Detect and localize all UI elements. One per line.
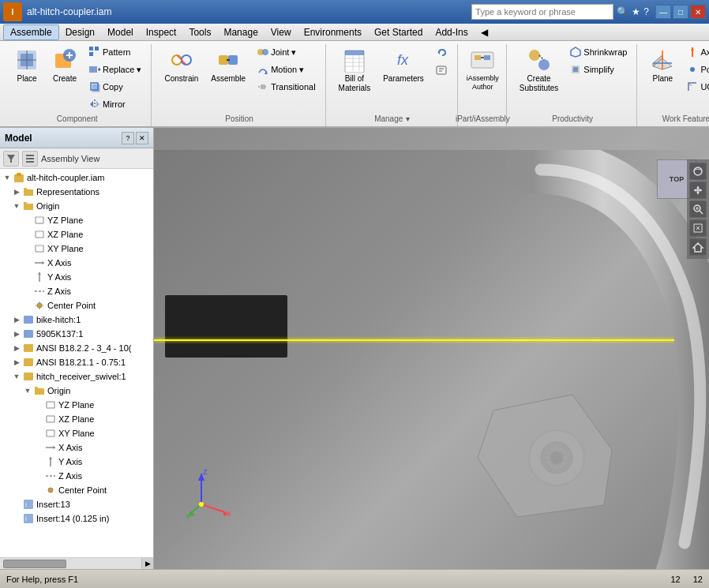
search-box[interactable] bbox=[471, 4, 613, 20]
swivel-origin-item[interactable]: ▼ Origin bbox=[0, 384, 153, 398]
copy-button[interactable]: Copy bbox=[85, 79, 144, 95]
panel-help-btn[interactable]: ? bbox=[122, 132, 134, 144]
motion-button[interactable]: Motion ▾ bbox=[253, 62, 318, 77]
swivel-x-item[interactable]: X Axis bbox=[0, 440, 153, 455]
bike-hitch-item[interactable]: ▶ bike-hitch:1 bbox=[0, 313, 153, 327]
menu-add-ins[interactable]: Add-Ins bbox=[429, 25, 474, 39]
swivel-y-label: Y Axis bbox=[58, 457, 82, 466]
xz-plane-item[interactable]: XZ Plane bbox=[0, 227, 153, 242]
viewport[interactable]: TOP Z bbox=[154, 128, 709, 569]
properties-button[interactable] bbox=[432, 62, 451, 77]
menu-manage[interactable]: Manage bbox=[217, 25, 264, 39]
ansi-b18-211-item[interactable]: ▶ ANSI B18.21.1 - 0.75:1 bbox=[0, 355, 153, 369]
xy-plane-item[interactable]: XY Plane bbox=[0, 242, 153, 256]
app-icon: I bbox=[3, 2, 22, 21]
bom-button[interactable]: Bill ofMaterials bbox=[334, 44, 376, 96]
orbit-button[interactable] bbox=[689, 163, 707, 180]
model-tree[interactable]: ▼ alt-hitch-coupler.iam ▶ Representation… bbox=[0, 169, 153, 557]
view-settings-button[interactable] bbox=[22, 151, 38, 167]
y-axis-item[interactable]: Y Axis bbox=[0, 270, 153, 284]
menu-environments[interactable]: Environments bbox=[298, 25, 368, 39]
filter-button[interactable] bbox=[3, 151, 19, 167]
h-scrollbar[interactable]: ▶ bbox=[0, 557, 153, 569]
close-button[interactable]: ✕ bbox=[690, 5, 706, 19]
assemble-button[interactable]: Assemble bbox=[206, 44, 250, 96]
pan-button[interactable] bbox=[689, 182, 707, 199]
place-button[interactable]: Place bbox=[9, 44, 44, 96]
swivel-yz-item[interactable]: YZ Plane bbox=[0, 398, 153, 412]
swivel-cp-item[interactable]: Center Point bbox=[0, 483, 153, 497]
parameters-button[interactable]: fx Parameters bbox=[378, 44, 429, 96]
representations-item[interactable]: ▶ Representations bbox=[0, 185, 153, 199]
ipart-button[interactable]: iAssemblyAuthor bbox=[462, 44, 504, 96]
menu-view[interactable]: View bbox=[264, 25, 298, 39]
yz-plane-item[interactable]: YZ Plane bbox=[0, 213, 153, 227]
menu-tools[interactable]: Tools bbox=[182, 25, 217, 39]
insert13-item[interactable]: I Insert:13 bbox=[0, 497, 153, 511]
manage-dropdown-icon[interactable]: ▾ bbox=[406, 114, 410, 123]
menu-assemble[interactable]: Assemble bbox=[3, 24, 59, 40]
s-yz-expand bbox=[33, 399, 44, 410]
swivel-y-item[interactable]: Y Axis bbox=[0, 455, 153, 469]
repr-expand[interactable]: ▶ bbox=[11, 186, 22, 197]
swivel-z-item[interactable]: Z Axis bbox=[0, 469, 153, 483]
hitch-swivel-item[interactable]: ▼ hitch_receiver_swivel:1 bbox=[0, 369, 153, 384]
ansi-b18-22-item[interactable]: ▶ ANSI B18.2.2 - 3_4 - 10( bbox=[0, 341, 153, 355]
menu-extra[interactable]: ◀ bbox=[475, 25, 494, 39]
swivel-x-label: X Axis bbox=[58, 443, 83, 452]
axis-button[interactable]: Axis ▾ bbox=[683, 44, 709, 60]
zoom-button[interactable] bbox=[689, 200, 707, 218]
constrain-button[interactable]: Constrain bbox=[159, 44, 203, 96]
swivel-xy-item[interactable]: XY Plane bbox=[0, 426, 153, 440]
point-icon2 bbox=[686, 63, 699, 76]
root-expand[interactable]: ▼ bbox=[2, 172, 13, 183]
svg-point-82 bbox=[48, 488, 53, 492]
h-scrollbar-thumb[interactable] bbox=[3, 560, 66, 568]
menu-model[interactable]: Model bbox=[101, 25, 140, 39]
z-axis-expand bbox=[22, 286, 33, 297]
insert14-item[interactable]: I Insert:14 (0.125 in) bbox=[0, 511, 153, 526]
menu-get-started[interactable]: Get Started bbox=[368, 25, 429, 39]
simplify-button[interactable]: Simplify bbox=[566, 62, 630, 77]
ansi211-expand[interactable]: ▶ bbox=[11, 357, 22, 368]
origin-item[interactable]: ▼ Origin bbox=[0, 199, 153, 213]
center-point-item[interactable]: Center Point bbox=[0, 298, 153, 313]
transitional-button[interactable]: Transitional bbox=[253, 79, 318, 95]
home-button[interactable] bbox=[689, 238, 707, 256]
pattern-button[interactable]: Pattern bbox=[85, 44, 144, 60]
swivel-expand[interactable]: ▼ bbox=[11, 371, 22, 382]
create-substitutes-button[interactable]: CreateSubstitutes bbox=[515, 44, 563, 96]
search-input[interactable] bbox=[475, 7, 610, 17]
menu-inspect[interactable]: Inspect bbox=[140, 25, 183, 39]
panel-close-btn[interactable]: ✕ bbox=[136, 132, 148, 144]
assembly-view-label: Assembly View bbox=[41, 154, 99, 163]
create-button[interactable]: Create bbox=[47, 44, 82, 96]
ribbon-group-manage: Bill ofMaterials fx Parameters bbox=[328, 44, 458, 126]
5905k137-item[interactable]: ▶ 5905K137:1 bbox=[0, 327, 153, 341]
minimize-button[interactable]: — bbox=[655, 5, 671, 19]
ansi22-expand[interactable]: ▶ bbox=[11, 343, 22, 354]
5905-expand[interactable]: ▶ bbox=[11, 328, 22, 339]
zoom-all-button[interactable] bbox=[689, 219, 707, 237]
swivel-origin-expand[interactable]: ▼ bbox=[22, 385, 33, 396]
plane-button[interactable]: Plane bbox=[645, 44, 680, 96]
menu-design[interactable]: Design bbox=[59, 25, 101, 39]
undo-button[interactable] bbox=[432, 44, 451, 60]
joint-icon bbox=[257, 46, 269, 58]
x-axis-item[interactable]: X Axis bbox=[0, 256, 153, 270]
maximize-button[interactable]: □ bbox=[673, 5, 688, 19]
shrinkwrap-button[interactable]: Shrinkwrap bbox=[566, 44, 630, 60]
mirror-button[interactable]: Mirror bbox=[85, 96, 144, 112]
swivel-xz-item[interactable]: XZ Plane bbox=[0, 412, 153, 426]
joint-button[interactable]: Joint ▾ bbox=[253, 44, 318, 60]
xz-plane-icon bbox=[33, 228, 46, 241]
ucs-button[interactable]: UCS ▾ bbox=[683, 79, 709, 95]
bike-hitch-expand[interactable]: ▶ bbox=[11, 314, 22, 325]
tree-root[interactable]: ▼ alt-hitch-coupler.iam bbox=[0, 170, 153, 185]
replace-button[interactable]: Replace ▾ bbox=[85, 62, 144, 77]
point-button[interactable]: Point ▾ bbox=[683, 62, 709, 77]
h-scroll-right[interactable]: ▶ bbox=[141, 558, 153, 570]
svg-marker-36 bbox=[571, 47, 580, 57]
z-axis-item[interactable]: Z Axis bbox=[0, 284, 153, 298]
origin-expand[interactable]: ▼ bbox=[11, 200, 22, 212]
